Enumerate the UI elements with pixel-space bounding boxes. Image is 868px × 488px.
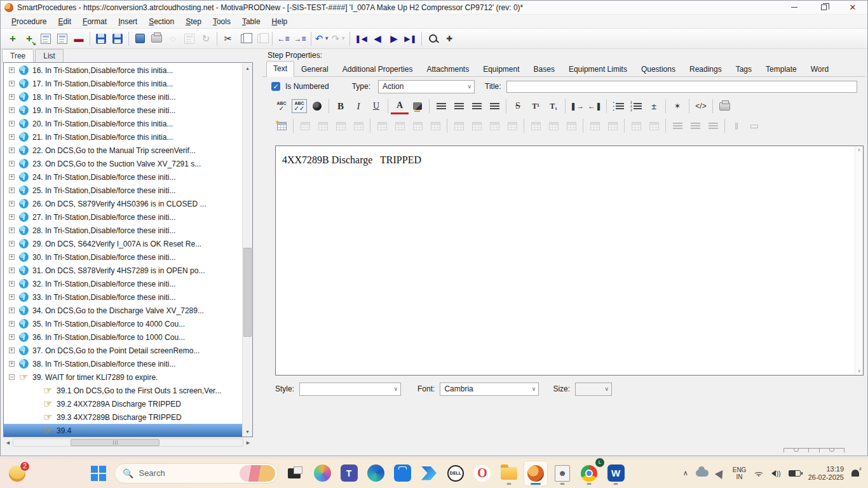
expand-icon[interactable]: + bbox=[9, 214, 15, 220]
tree-item[interactable]: +i34. On DCS,Go to the Discharge Valve X… bbox=[4, 304, 242, 317]
menu-help[interactable]: Help bbox=[266, 16, 294, 27]
indent-text-icon[interactable]: ❚→ bbox=[568, 98, 586, 114]
restore-button[interactable] bbox=[809, 1, 838, 15]
widgets-button[interactable]: 2 bbox=[9, 465, 25, 482]
expand-icon[interactable]: + bbox=[9, 241, 15, 247]
font-color-icon[interactable]: A bbox=[391, 98, 409, 114]
html-source-icon[interactable]: </> bbox=[692, 98, 710, 114]
tab-questions[interactable]: Questions bbox=[634, 62, 682, 76]
nav-last-icon[interactable]: ▶❚ bbox=[402, 30, 419, 47]
tab-equipment[interactable]: Equipment bbox=[476, 62, 526, 76]
menu-tools[interactable]: Tools bbox=[207, 16, 236, 27]
scroll-up-icon[interactable]: ▲ bbox=[243, 64, 252, 73]
menu-format[interactable]: Format bbox=[77, 16, 112, 27]
scroll-down-icon[interactable]: ▼ bbox=[243, 427, 252, 437]
expand-icon[interactable]: + bbox=[9, 107, 15, 113]
taskbar-power-automate-button[interactable] bbox=[417, 461, 441, 486]
taskbar-store-button[interactable] bbox=[390, 461, 414, 486]
insert-table-icon[interactable] bbox=[273, 118, 290, 134]
delete-step-icon[interactable]: ▬ bbox=[71, 30, 87, 47]
tab-readings[interactable]: Readings bbox=[682, 62, 729, 76]
align-center-icon[interactable] bbox=[450, 98, 468, 114]
taskbar-opera-button[interactable]: O bbox=[470, 461, 494, 486]
taskbar-id-app-button[interactable]: ☻ bbox=[550, 461, 574, 486]
expand-icon[interactable]: + bbox=[9, 174, 15, 180]
taskbar-chrome-button[interactable]: L bbox=[577, 461, 601, 486]
spellcheck-auto-icon[interactable]: ABC✓✓ bbox=[290, 98, 308, 114]
menu-table[interactable]: Table bbox=[236, 16, 266, 27]
expand-icon[interactable]: + bbox=[9, 294, 15, 300]
location-icon[interactable] bbox=[715, 468, 726, 479]
tree-item[interactable]: +i35. In Tri-Station,Disable/force to 40… bbox=[4, 317, 242, 330]
expand-icon[interactable]: + bbox=[9, 254, 15, 260]
form-view-icon[interactable] bbox=[54, 30, 71, 47]
clock[interactable]: 13:1926-02-2025 bbox=[808, 465, 844, 482]
menu-procedure[interactable]: Procedure bbox=[6, 16, 52, 27]
expand-icon[interactable]: + bbox=[9, 161, 15, 166]
dropdown-caret-icon[interactable]: ▼ bbox=[324, 36, 329, 41]
taskbar-teams-button[interactable]: T bbox=[337, 461, 361, 486]
tab-list[interactable]: List bbox=[35, 49, 64, 62]
tree-item[interactable]: +i24. In Tri-Station,Disable/force these… bbox=[4, 170, 242, 184]
add-child-step-icon[interactable]: +↘ bbox=[21, 30, 37, 47]
tree-item[interactable]: ☞39.4 bbox=[4, 424, 242, 437]
tree-item[interactable]: +i19. In Tri-Station,Disable/force these… bbox=[4, 104, 242, 117]
style-dropdown[interactable]: ∨ bbox=[299, 383, 401, 396]
scroll-left-icon[interactable]: ◀ bbox=[3, 440, 13, 445]
tab-word[interactable]: Word bbox=[804, 62, 836, 76]
bold-icon[interactable]: B bbox=[332, 98, 349, 114]
tab-equipment-limits[interactable]: Equipment Limits bbox=[562, 62, 634, 76]
save-import-icon[interactable] bbox=[93, 30, 109, 47]
tree-item[interactable]: +i30. In Tri-Station,Disable/force these… bbox=[4, 250, 242, 264]
add-step-icon[interactable]: + bbox=[4, 30, 21, 47]
plus-minus-icon[interactable]: ± bbox=[645, 98, 663, 114]
highlight-icon[interactable] bbox=[409, 98, 426, 114]
taskbar-smartprocedures-button[interactable] bbox=[524, 461, 548, 486]
tray-chevron-icon[interactable]: ∧ bbox=[683, 469, 688, 477]
tab-attachments[interactable]: Attachments bbox=[419, 62, 476, 76]
tree-item[interactable]: ☞39.3 4XX7289B Discharge TRIPPED bbox=[4, 410, 242, 424]
tree-item[interactable]: +i28. In Tri-Station,Disable/force these… bbox=[4, 224, 242, 237]
copy-icon[interactable] bbox=[236, 30, 253, 47]
tree-item[interactable]: ☞39.2 4XX7289A Discharge TRIPPED bbox=[4, 397, 242, 410]
cut-icon[interactable]: ✂ bbox=[220, 30, 236, 47]
zoom-ruler[interactable] bbox=[783, 448, 844, 454]
bullet-list-icon[interactable]: ••• bbox=[609, 98, 627, 114]
tree-item[interactable]: +i23. On DCS,Go to the Suction Valve XV_… bbox=[4, 157, 242, 170]
taskbar-search[interactable]: 🔍 Search bbox=[114, 463, 278, 484]
expand-icon[interactable]: + bbox=[9, 147, 15, 153]
tree-item[interactable]: +i17. In Tri-Station,Disable/force this … bbox=[4, 77, 242, 90]
expand-icon[interactable]: + bbox=[9, 81, 15, 86]
underline-icon[interactable]: U bbox=[367, 98, 385, 114]
menu-insert[interactable]: Insert bbox=[112, 16, 143, 27]
tree-horizontal-scrollbar[interactable]: ◀ ▶ bbox=[3, 438, 253, 447]
menu-section[interactable]: Section bbox=[143, 16, 180, 27]
onedrive-icon[interactable] bbox=[696, 470, 709, 477]
taskbar-file-explorer-button[interactable] bbox=[497, 461, 521, 486]
expand-icon[interactable]: + bbox=[9, 281, 15, 287]
taskbar-word-button[interactable]: W bbox=[604, 461, 628, 486]
move-step-icon[interactable]: ✚ bbox=[441, 30, 458, 47]
step-text-editor[interactable]: 4XX7289B Discharge TRIPPED ∧ ∨ bbox=[275, 146, 864, 376]
expand-icon[interactable]: + bbox=[9, 134, 15, 140]
taskbar-edge-button[interactable] bbox=[363, 461, 388, 486]
taskbar-dell-button[interactable]: DELL bbox=[444, 461, 468, 486]
scroll-right-icon[interactable]: ▶ bbox=[243, 440, 253, 445]
tree-item[interactable]: +i22. On DCS,Go to the Manual Trip scree… bbox=[4, 144, 242, 157]
print-step-icon[interactable] bbox=[715, 98, 733, 114]
tree-item[interactable]: +i33. In Tri-Station,Disable/force these… bbox=[4, 290, 242, 304]
expand-icon[interactable]: + bbox=[9, 268, 15, 273]
battery-icon[interactable] bbox=[789, 470, 801, 477]
speech-icon[interactable] bbox=[308, 98, 326, 114]
expand-icon[interactable]: + bbox=[9, 321, 15, 327]
scroll-down-icon[interactable]: ∨ bbox=[855, 369, 863, 374]
expand-icon[interactable]: + bbox=[9, 361, 15, 367]
strikethrough-icon[interactable]: S bbox=[509, 98, 527, 114]
find-replace-icon[interactable] bbox=[424, 30, 441, 47]
save-icon[interactable] bbox=[109, 30, 126, 47]
start-button[interactable] bbox=[86, 461, 111, 486]
expand-icon[interactable]: + bbox=[9, 348, 15, 353]
tree-item[interactable]: +i38. In Tri-Station,Disable/force these… bbox=[4, 357, 242, 370]
align-left-icon[interactable] bbox=[432, 98, 450, 114]
tree-item[interactable]: +i29. On DCS, S642Verify I_007A is OK Re… bbox=[4, 237, 242, 250]
